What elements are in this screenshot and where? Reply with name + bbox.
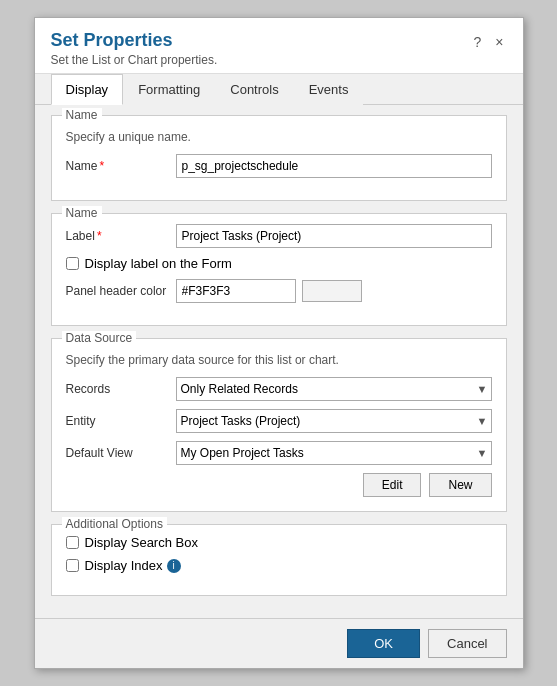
default-view-row: Default View My Open Project Tasks ▼ [66, 441, 492, 465]
tab-events[interactable]: Events [294, 74, 364, 105]
color-swatch[interactable] [302, 280, 362, 302]
entity-label: Entity [66, 414, 176, 428]
dialog-title: Set Properties [51, 30, 218, 51]
tab-formatting[interactable]: Formatting [123, 74, 215, 105]
records-label: Records [66, 382, 176, 396]
name-section-legend: Name [62, 108, 102, 122]
required-star: * [100, 159, 105, 173]
name-label: Name* [66, 159, 176, 173]
tab-display[interactable]: Display [51, 74, 124, 105]
ok-button[interactable]: OK [347, 629, 420, 658]
tab-controls[interactable]: Controls [215, 74, 293, 105]
dialog-title-text: Set Properties Set the List or Chart pro… [51, 30, 218, 67]
display-label-row: Display label on the Form [66, 256, 492, 271]
display-search-label: Display Search Box [85, 535, 198, 550]
label-input[interactable] [176, 224, 492, 248]
display-search-checkbox[interactable] [66, 536, 79, 549]
new-button[interactable]: New [429, 473, 491, 497]
records-row: Records Only Related Records ▼ [66, 377, 492, 401]
datasource-legend: Data Source [62, 331, 137, 345]
info-icon[interactable]: i [167, 559, 181, 573]
name-section-desc: Specify a unique name. [66, 130, 492, 144]
edit-new-btn-row: Edit New [66, 473, 492, 497]
datasource-section: Data Source Specify the primary data sou… [51, 338, 507, 512]
name-section: Name Specify a unique name. Name* [51, 115, 507, 201]
entity-select-wrap: Project Tasks (Project) ▼ [176, 409, 492, 433]
display-index-row: Display Index i [66, 558, 492, 573]
default-view-select[interactable]: My Open Project Tasks [176, 441, 492, 465]
cancel-button[interactable]: Cancel [428, 629, 506, 658]
datasource-desc: Specify the primary data source for this… [66, 353, 492, 367]
display-search-row: Display Search Box [66, 535, 492, 550]
entity-select[interactable]: Project Tasks (Project) [176, 409, 492, 433]
dialog-title-bar: Set Properties Set the List or Chart pro… [35, 18, 523, 74]
title-actions: ? × [471, 34, 507, 50]
additional-legend: Additional Options [62, 517, 167, 531]
default-view-label: Default View [66, 446, 176, 460]
label-row: Label* [66, 224, 492, 248]
records-select[interactable]: Only Related Records [176, 377, 492, 401]
display-index-checkbox[interactable] [66, 559, 79, 572]
label-label: Label* [66, 229, 176, 243]
dialog-subtitle: Set the List or Chart properties. [51, 53, 218, 67]
help-button[interactable]: ? [471, 34, 485, 50]
display-label-text: Display label on the Form [85, 256, 232, 271]
display-label-checkbox[interactable] [66, 257, 79, 270]
label-section: Name Label* Display label on the Form Pa… [51, 213, 507, 326]
tabs-bar: Display Formatting Controls Events [35, 74, 523, 105]
close-button[interactable]: × [492, 34, 506, 50]
entity-row: Entity Project Tasks (Project) ▼ [66, 409, 492, 433]
dialog-body: Name Specify a unique name. Name* Name L… [35, 105, 523, 618]
records-select-wrap: Only Related Records ▼ [176, 377, 492, 401]
name-input[interactable] [176, 154, 492, 178]
dialog-footer: OK Cancel [35, 618, 523, 668]
panel-header-color-row: Panel header color [66, 279, 492, 303]
edit-button[interactable]: Edit [363, 473, 422, 497]
set-properties-dialog: Set Properties Set the List or Chart pro… [34, 17, 524, 669]
name-row: Name* [66, 154, 492, 178]
label-section-legend: Name [62, 206, 102, 220]
additional-section: Additional Options Display Search Box Di… [51, 524, 507, 596]
panel-header-color-label: Panel header color [66, 284, 176, 298]
panel-header-color-input[interactable] [176, 279, 296, 303]
default-view-select-wrap: My Open Project Tasks ▼ [176, 441, 492, 465]
display-index-label: Display Index [85, 558, 163, 573]
label-required-star: * [97, 229, 102, 243]
